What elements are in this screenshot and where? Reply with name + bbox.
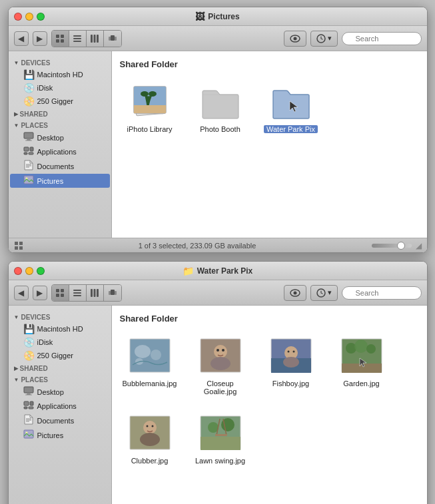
- window-controls-2: [14, 267, 45, 275]
- svg-rect-36: [19, 242, 23, 245]
- svg-rect-60: [24, 407, 27, 409]
- sidebar-item-250gigger[interactable]: 📀 250 Gigger: [10, 95, 110, 108]
- view-column-btn[interactable]: [87, 31, 104, 47]
- svg-rect-47: [94, 289, 96, 297]
- sidebar-section-shared-2[interactable]: ▶ SHARED: [9, 362, 111, 374]
- svg-rect-40: [61, 289, 64, 292]
- folder-icon: [199, 80, 242, 123]
- minimize-button[interactable]: [25, 13, 33, 21]
- thumb-garden: [340, 334, 383, 377]
- list-item[interactable]: Garden.jpg: [332, 332, 392, 390]
- desktop-icon-2: [23, 386, 34, 397]
- file-label: Closeup Goalie.jpg: [193, 379, 248, 395]
- eye-button[interactable]: [284, 31, 306, 47]
- close-button[interactable]: [14, 13, 22, 21]
- forward-button-2[interactable]: ▶: [33, 286, 47, 300]
- action-chevron: ▾: [328, 34, 332, 43]
- sidebar-section-devices[interactable]: ▼ DEVICES: [9, 57, 111, 68]
- svg-rect-22: [29, 152, 33, 154]
- svg-rect-51: [115, 291, 117, 295]
- sidebar-item-idisk[interactable]: 💿 iDisk: [10, 81, 110, 95]
- sidebar-item-documents-2[interactable]: Documents: [10, 413, 110, 428]
- back-button-2[interactable]: ◀: [14, 286, 29, 300]
- file-label: Water Park Pix: [264, 125, 318, 133]
- view-column-btn-2[interactable]: [87, 285, 104, 301]
- zoom-slider[interactable]: [372, 244, 412, 248]
- svg-rect-65: [24, 430, 33, 438]
- view-coverflow-btn[interactable]: [104, 31, 121, 47]
- svg-point-90: [146, 425, 148, 427]
- folder-selected-icon: [270, 80, 312, 123]
- main-area-pictures: ▼ DEVICES 💾 Macintosh HD 💿 iDisk 📀 250 G…: [9, 51, 427, 238]
- view-icon-btn-2[interactable]: [52, 285, 69, 301]
- file-item-waterparkpix[interactable]: Water Park Pix: [261, 77, 321, 136]
- svg-rect-2: [56, 39, 59, 43]
- file-label: Bubblemania.jpg: [123, 379, 177, 387]
- titlebar-pictures: 🖼 Pictures: [9, 7, 427, 26]
- window-pictures: 🖼 Pictures ◀ ▶: [8, 7, 428, 253]
- documents-icon-2: [23, 414, 34, 427]
- svg-rect-21: [24, 152, 27, 154]
- sidebar-section-shared[interactable]: ▶ SHARED: [9, 108, 111, 119]
- list-item[interactable]: Bubblemania.jpg: [120, 332, 180, 390]
- main-area-waterparkpix: ▼ DEVICES 💾 Macintosh HD 💿 iDisk 📀 250 G…: [9, 306, 427, 504]
- svg-rect-12: [115, 37, 117, 41]
- svg-point-81: [292, 351, 294, 353]
- close-button-2[interactable]: [14, 267, 22, 275]
- sidebar-item-pictures-2[interactable]: Pictures: [10, 428, 110, 442]
- sidebar-item-idisk-2[interactable]: 💿 iDisk: [10, 336, 110, 349]
- thumb-lawnswing: [199, 411, 242, 454]
- svg-rect-48: [97, 289, 99, 297]
- list-item[interactable]: Clubber.jpg: [120, 409, 180, 467]
- sidebar-item-applications[interactable]: Applications: [10, 144, 110, 158]
- sidebar-item-desktop-2[interactable]: Desktop: [10, 385, 110, 399]
- window-title-icon-2: 📁: [183, 266, 194, 276]
- svg-rect-7: [91, 35, 93, 43]
- sidebar-item-applications-2[interactable]: Applications: [10, 399, 110, 413]
- sidebar-item-macintosh-hd[interactable]: 💾 Macintosh HD: [10, 68, 110, 81]
- sidebar-item-macintosh-hd-2[interactable]: 💾 Macintosh HD: [10, 322, 110, 336]
- back-icon-2: ◀: [18, 288, 24, 298]
- file-label: Lawn swing.jpg: [195, 457, 245, 465]
- sidebar-item-250gigger-2[interactable]: 📀 250 Gigger: [10, 349, 110, 362]
- places-triangle: ▼: [14, 123, 19, 128]
- content-header: Shared Folder: [120, 59, 419, 69]
- list-item[interactable]: Fishboy.jpg: [261, 332, 321, 390]
- sidebar-section-devices-2[interactable]: ▼ DEVICES: [9, 311, 111, 322]
- file-item-photobooth[interactable]: Photo Booth: [191, 77, 250, 136]
- list-item[interactable]: Lawn swing.jpg: [191, 409, 250, 467]
- svg-rect-34: [134, 105, 166, 113]
- sidebar-item-documents[interactable]: Documents: [10, 158, 110, 174]
- forward-button[interactable]: ▶: [33, 31, 47, 46]
- search-input-2[interactable]: [342, 286, 422, 300]
- svg-rect-93: [201, 437, 240, 450]
- view-list-btn[interactable]: [69, 31, 87, 47]
- sidebar-item-label: Pictures: [37, 431, 64, 439]
- sidebar-item-pictures[interactable]: Pictures: [10, 174, 110, 188]
- file-item-iphoto[interactable]: iPhoto Library: [120, 77, 180, 136]
- svg-rect-35: [15, 242, 18, 245]
- eye-button-2[interactable]: [284, 285, 306, 301]
- view-coverflow-btn-2[interactable]: [104, 285, 121, 301]
- svg-point-89: [140, 433, 160, 446]
- view-list-btn-2[interactable]: [69, 285, 87, 301]
- view-icon-btn[interactable]: [52, 31, 69, 47]
- search-input[interactable]: [342, 32, 422, 45]
- list-item[interactable]: Closeup Goalie.jpg: [191, 332, 250, 398]
- maximize-button[interactable]: [37, 13, 45, 21]
- devices-label-2: DEVICES: [21, 314, 50, 321]
- action-button[interactable]: ▾: [310, 31, 338, 47]
- applications-icon-2: [23, 400, 34, 411]
- sidebar-section-places[interactable]: ▼ PLACES: [9, 119, 111, 130]
- content-waterparkpix: Shared Folder Bubblemania.jpg: [112, 306, 427, 504]
- action-button-2[interactable]: ▾: [310, 285, 338, 301]
- forward-icon: ▶: [37, 34, 43, 43]
- back-button[interactable]: ◀: [14, 31, 29, 46]
- minimize-button-2[interactable]: [25, 267, 33, 275]
- sidebar-item-desktop[interactable]: Desktop: [10, 130, 110, 144]
- maximize-button-2[interactable]: [37, 267, 45, 275]
- thumb-fishboy: [270, 334, 312, 377]
- gigger-icon: 📀: [23, 96, 34, 107]
- sidebar-section-places-2[interactable]: ▼ PLACES: [9, 374, 111, 385]
- svg-rect-6: [73, 41, 81, 42]
